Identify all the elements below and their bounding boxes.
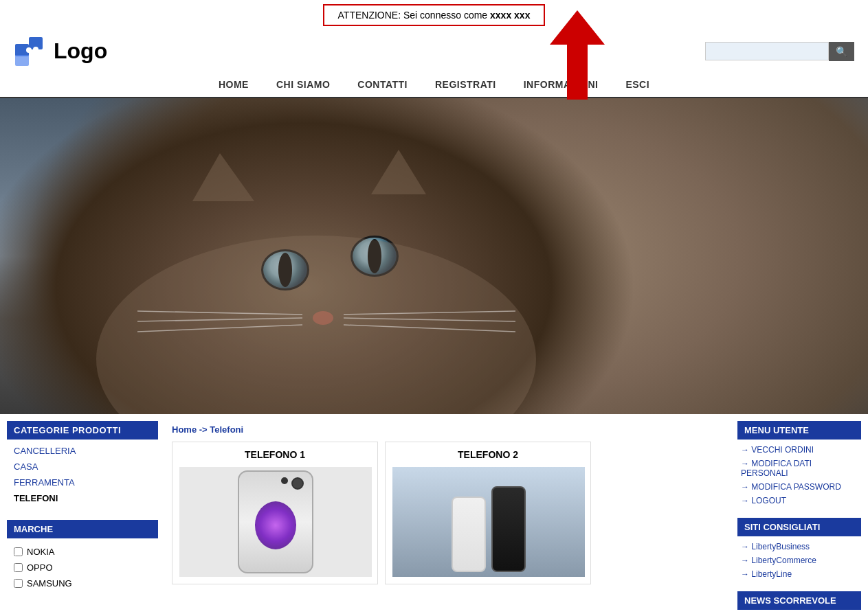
- navigation: HOME CHI SIAMO CONTATTI REGISTRATI INFOR…: [0, 72, 868, 98]
- hero-decoration: [350, 236, 399, 277]
- category-item[interactable]: CANCELLERIA: [7, 443, 158, 459]
- brands-list: NOKIA OPPO SAMSUNG: [7, 538, 158, 597]
- categories-list: CANCELLERIA CASA FERRAMENTA TELEFONI: [7, 440, 158, 510]
- product-card-1[interactable]: TELEFONO 1: [172, 442, 378, 584]
- link-liberty-line[interactable]: LibertyLine: [741, 569, 792, 579]
- svg-rect-5: [15, 55, 29, 66]
- user-menu-list: VECCHI ORDINI MODIFICA DATI PERSONALI MO…: [737, 443, 861, 507]
- product-2-title: TELEFONO 2: [392, 449, 583, 460]
- alert-bar: ATTENZIONE: Sei connesso come xxxx xxx: [0, 0, 868, 30]
- alert-box: ATTENZIONE: Sei connesso come xxxx xxx: [323, 4, 546, 26]
- news-header: NEWS SCORREVOLE: [737, 591, 861, 610]
- nav-informazioni[interactable]: INFORMAZIONI: [524, 79, 599, 90]
- brand-oppo-checkbox[interactable]: [14, 563, 23, 572]
- suggested-header: SITI CONSIGLIATI: [737, 518, 861, 536]
- hero-image: [0, 98, 868, 414]
- products-grid: TELEFONO 1 TELEFONO 2: [172, 442, 724, 584]
- logo-text: Logo: [54, 38, 107, 64]
- search-button[interactable]: 🔍: [829, 42, 854, 61]
- header: Logo 🔍: [0, 30, 868, 72]
- nav-contatti[interactable]: CONTATTI: [357, 79, 408, 90]
- nav-chi-siamo[interactable]: CHI SIAMO: [276, 79, 330, 90]
- search-input[interactable]: [705, 42, 829, 60]
- category-item-active[interactable]: TELEFONI: [7, 490, 158, 506]
- suggested-list: LibertyBusiness LibertyCommerce LibertyL…: [737, 540, 861, 581]
- brand-item: SAMSUNG: [7, 575, 158, 591]
- breadcrumb[interactable]: Home -> Telefoni: [172, 421, 724, 442]
- brand-nokia-label: NOKIA: [27, 547, 54, 557]
- svg-point-3: [26, 47, 32, 53]
- category-ferramenta-link[interactable]: FERRAMENTA: [14, 477, 75, 488]
- logo-area: Logo: [14, 36, 107, 67]
- nav-registrati[interactable]: REGISTRATI: [435, 79, 496, 90]
- alert-username: xxxx xxx: [490, 10, 530, 21]
- link-liberty-commerce[interactable]: LibertyCommerce: [741, 556, 816, 565]
- logo-icon: [14, 36, 48, 67]
- link-vecchi-ordini[interactable]: VECCHI ORDINI: [741, 445, 814, 455]
- suggested-item[interactable]: LibertyBusiness: [737, 540, 861, 554]
- link-logout[interactable]: LOGOUT: [741, 496, 786, 505]
- search-area: 🔍: [705, 42, 854, 61]
- brand-item: NOKIA: [7, 544, 158, 560]
- category-item[interactable]: FERRAMENTA: [7, 475, 158, 490]
- link-modifica-dati[interactable]: MODIFICA DATI PERSONALI: [741, 459, 812, 478]
- nav-esci[interactable]: ESCI: [625, 79, 649, 90]
- svg-point-4: [33, 47, 38, 52]
- link-modifica-password[interactable]: MODIFICA PASSWORD: [741, 482, 841, 492]
- right-sidebar: MENU UTENTE VECCHI ORDINI MODIFICA DATI …: [731, 421, 868, 613]
- suggested-item[interactable]: LibertyLine: [737, 567, 861, 581]
- user-menu-item[interactable]: MODIFICA PASSWORD: [737, 480, 861, 494]
- suggested-item[interactable]: LibertyCommerce: [737, 554, 861, 567]
- category-item[interactable]: CASA: [7, 459, 158, 475]
- product-card-2[interactable]: TELEFONO 2: [385, 442, 591, 584]
- brands-header: MARCHE: [7, 520, 158, 538]
- brand-nokia-checkbox[interactable]: [14, 547, 23, 556]
- link-liberty-business[interactable]: LibertyBusiness: [741, 542, 810, 551]
- user-menu-item[interactable]: LOGOUT: [737, 494, 861, 507]
- category-cancelleria-link[interactable]: CANCELLERIA: [14, 446, 76, 456]
- left-sidebar: CATEGORIE PRODOTTI CANCELLERIA CASA FERR…: [0, 421, 165, 613]
- main-content: CATEGORIE PRODOTTI CANCELLERIA CASA FERR…: [0, 414, 868, 616]
- brand-samsung-label: SAMSUNG: [27, 578, 72, 589]
- content-area: Home -> Telefoni TELEFONO 1: [165, 421, 731, 613]
- user-menu-header: MENU UTENTE: [737, 421, 861, 440]
- category-casa-link[interactable]: CASA: [14, 461, 38, 472]
- product-1-image: [179, 467, 372, 577]
- brand-item: OPPO: [7, 560, 158, 575]
- product-2-image: [392, 467, 585, 577]
- hero-decoration: [261, 249, 309, 290]
- product-1-title: TELEFONO 1: [179, 449, 370, 460]
- user-menu-item[interactable]: VECCHI ORDINI: [737, 443, 861, 457]
- alert-text: ATTENZIONE: Sei connesso come xxxx xxx: [338, 10, 531, 21]
- category-telefoni-link[interactable]: TELEFONI: [14, 493, 58, 503]
- nav-home[interactable]: HOME: [219, 79, 249, 90]
- brand-samsung-checkbox[interactable]: [14, 579, 23, 588]
- brand-oppo-label: OPPO: [27, 562, 53, 573]
- categories-header: CATEGORIE PRODOTTI: [7, 421, 158, 440]
- user-menu-item[interactable]: MODIFICA DATI PERSONALI: [737, 457, 861, 480]
